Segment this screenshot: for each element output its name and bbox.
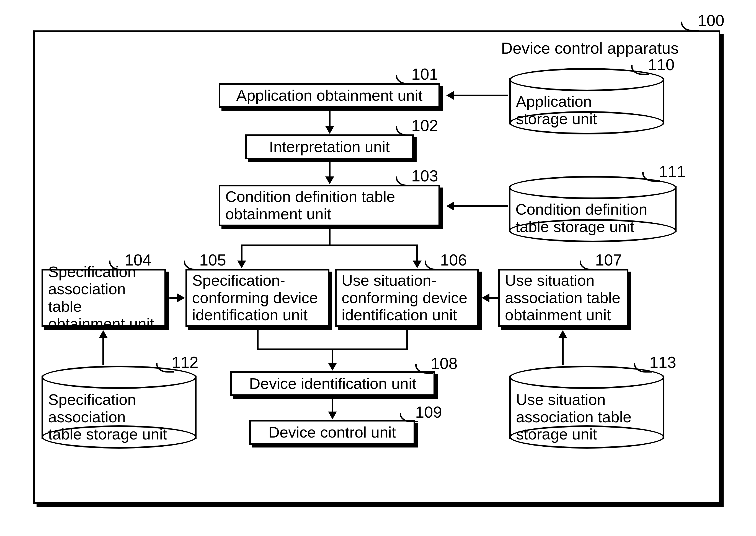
box-107: Use situation association table obtainme…: [498, 269, 629, 327]
diagram-canvas: Device control apparatus 100 Application…: [0, 0, 756, 536]
arrowhead-103-106: [413, 260, 422, 268]
box-102: Interpretation unit: [245, 134, 414, 159]
box-108: Device identification unit: [230, 371, 435, 396]
box-104: Specification association table obtainme…: [42, 269, 166, 327]
arrowhead-104-105: [177, 293, 185, 302]
ref-111: 111: [659, 162, 686, 181]
ref-102: 102: [411, 116, 438, 135]
box-103-label: Condition definition table obtainment un…: [225, 188, 395, 223]
arrowhead-107-106: [482, 293, 489, 302]
ref-106: 106: [440, 251, 467, 269]
arrow-102-103: [329, 162, 331, 178]
box-104-label: Specification association table obtainme…: [48, 263, 160, 333]
storage-110: Application storage unit: [509, 68, 665, 134]
arrow-103-trunk: [329, 229, 331, 246]
ref-108: 108: [431, 354, 457, 373]
arrowhead-merge-108: [328, 363, 337, 371]
arrow-101-102: [329, 111, 331, 127]
arrow-113-107: [562, 337, 563, 365]
box-108-label: Device identification unit: [249, 375, 416, 392]
arrowhead-113-107: [558, 330, 567, 338]
storage-110-label: Application storage unit: [516, 93, 597, 127]
storage-112-label: Specification association table storage …: [48, 391, 167, 443]
storage-113: Use situation association table storage …: [509, 366, 665, 449]
arrow-merge-to108: [332, 349, 333, 364]
arrowhead-103-105: [237, 260, 246, 268]
ref-103: 103: [411, 166, 438, 185]
storage-113-label: Use situation association table storage …: [516, 391, 631, 443]
box-106: Use situation- conforming device identif…: [335, 269, 479, 327]
ref-110: 110: [648, 55, 675, 74]
arrow-107-106: [489, 297, 498, 299]
box-101-label: Application obtainment unit: [236, 87, 422, 104]
box-103: Condition definition table obtainment un…: [219, 185, 440, 226]
ref-101: 101: [411, 65, 438, 83]
arrowhead-110-101: [446, 91, 454, 100]
apparatus-title: Device control apparatus: [501, 39, 679, 57]
box-105: Specification- conforming device identif…: [186, 269, 329, 327]
box-106-label: Use situation- conforming device identif…: [342, 272, 467, 324]
ref-105: 105: [199, 251, 226, 269]
arrowhead-112-104: [99, 330, 108, 338]
box-109-label: Device control unit: [269, 424, 396, 441]
ref-107: 107: [595, 251, 622, 269]
arrow-108-109: [332, 399, 333, 413]
tick-100: [681, 21, 699, 31]
ref-109: 109: [415, 403, 442, 421]
arrow-106-down: [406, 330, 408, 350]
arrow-110-101: [454, 95, 508, 96]
box-109: Device control unit: [249, 420, 415, 445]
ref-100: 100: [698, 11, 724, 30]
storage-112: Specification association table storage …: [42, 366, 197, 449]
box-107-label: Use situation association table obtainme…: [505, 272, 620, 324]
ref-112: 112: [172, 353, 198, 371]
ref-104: 104: [125, 251, 151, 269]
arrow-105-down: [257, 330, 259, 350]
arrowhead-101-102: [325, 126, 334, 134]
arrowhead-111-103: [446, 202, 454, 211]
storage-111-label: Condition definition table storage unit: [516, 201, 647, 235]
storage-111: Condition definition table storage unit: [509, 176, 676, 242]
arrowhead-102-103: [325, 177, 334, 184]
arrow-103-hsplit: [241, 245, 418, 246]
arrow-104-105: [169, 297, 178, 299]
ref-113: 113: [649, 353, 676, 371]
box-101: Application obtainment unit: [219, 83, 440, 108]
box-102-label: Interpretation unit: [269, 138, 390, 156]
arrow-103-to106: [416, 245, 418, 262]
arrow-103-to105: [241, 245, 242, 262]
arrow-111-103: [454, 205, 508, 207]
box-105-label: Specification- conforming device identif…: [192, 272, 318, 324]
arrow-112-104: [102, 337, 104, 365]
arrowhead-108-109: [328, 412, 337, 419]
